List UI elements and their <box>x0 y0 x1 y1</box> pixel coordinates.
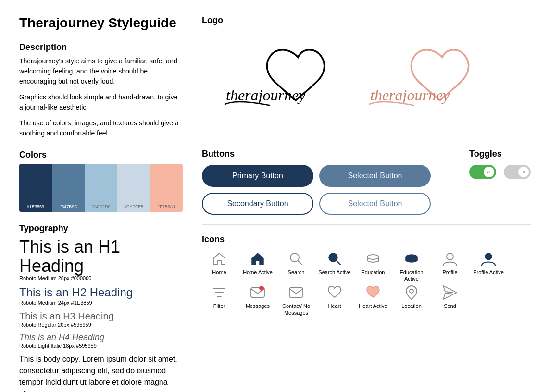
h1-sample: This is an H1 Heading <box>19 237 183 275</box>
selected-button-dark[interactable]: Selected Button <box>319 165 431 187</box>
logos-row: therajourney therajourney <box>202 33 531 120</box>
svg-point-10 <box>485 253 492 260</box>
search-active-icon <box>326 250 343 268</box>
colors-section: Colors #1E3859 #547B9C #A0C2D9 #CAD7E5 #… <box>19 150 183 212</box>
icons-row: Home Home Active Search <box>202 250 531 282</box>
desc3: The use of colors, images, and textures … <box>19 118 183 138</box>
selected-button-outline[interactable]: Selected Button <box>319 193 431 215</box>
icon-item-search-active: Search Active <box>317 250 352 282</box>
heart-icon-label: Heart <box>328 303 341 309</box>
swatch-label-1: #1E3859 <box>27 204 44 209</box>
svg-text:therajourney: therajourney <box>226 86 306 104</box>
icon-item-search: Search <box>279 250 313 282</box>
swatch-label-5: #F7B6A1 <box>157 204 175 209</box>
logo-dark: therajourney <box>202 43 317 110</box>
h4-meta: Roboto Light Italic 18px #595959 <box>19 343 183 349</box>
education-icon-label: Education <box>362 270 385 276</box>
icons-row-2: Filter Messages <box>202 284 531 316</box>
send-icon-label: Send <box>444 303 456 309</box>
h3-meta: Roboto Regular 20px #595959 <box>19 322 183 328</box>
education-active-icon <box>403 250 420 268</box>
primary-button[interactable]: Primary Button <box>202 165 313 187</box>
search-icon-label: Search <box>288 270 305 276</box>
icon-item-send: Send <box>433 284 467 316</box>
h3-sample: This is an H3 Heading <box>19 310 183 322</box>
buttons-label: Buttons <box>202 149 431 159</box>
h2-sample: This is an H2 Heading <box>19 286 183 300</box>
swatch-2: #547B9C <box>52 164 85 212</box>
icon-item-profile: Profile <box>433 250 467 282</box>
icons-section: Icons Home Home Active <box>202 234 531 316</box>
profile-icon-label: Profile <box>442 270 457 276</box>
profile-icon <box>441 250 459 268</box>
profile-active-icon-label: Profile Active <box>473 270 504 276</box>
h4-sample: This is an H4 Heading <box>19 332 183 343</box>
send-icon <box>441 284 459 301</box>
icon-item-heart-active: Heart Active <box>356 284 390 316</box>
home-active-icon <box>249 250 266 268</box>
page-title: Therajourney Styleguide <box>19 15 183 31</box>
svg-line-3 <box>298 261 302 265</box>
description-section: Description Therajourney's style aims to… <box>19 42 183 138</box>
description-label: Description <box>19 42 183 52</box>
icons-label: Icons <box>202 234 531 245</box>
toggle-off[interactable] <box>504 165 531 179</box>
education-active-icon-label: Education Active <box>394 270 429 282</box>
swatch-label-3: #A0C2D9 <box>91 204 110 209</box>
toggles-label: Toggles <box>469 149 531 159</box>
logo-section: Logo therajourney <box>202 15 531 120</box>
messages-icon-label: Messages <box>246 303 270 309</box>
swatch-3: #A0C2D9 <box>85 164 117 212</box>
home-active-icon-label: Home Active <box>243 270 273 276</box>
contact-no-messages-icon-label: Contact/ No Messages <box>279 303 313 316</box>
heart-active-icon <box>364 284 382 301</box>
swatch-4: #CAD7E5 <box>117 164 150 212</box>
svg-point-6 <box>367 255 379 259</box>
icon-item-heart: Heart <box>317 284 352 316</box>
body-sample: This is body copy. Lorem ipsum dolor sit… <box>19 354 183 392</box>
swatch-1: #1E3859 <box>19 164 52 212</box>
desc1: Therajourney's style aims to give a fami… <box>19 56 183 86</box>
icon-item-home-active: Home Active <box>240 250 275 282</box>
icon-item-profile-active: Profile Active <box>471 250 506 282</box>
messages-icon <box>249 284 266 301</box>
color-swatches: #1E3859 #547B9C #A0C2D9 #CAD7E5 #F7B6A1 <box>19 164 183 212</box>
swatch-label-4: #CAD7E5 <box>124 204 143 209</box>
left-column: Therajourney Styleguide Description Ther… <box>19 15 183 392</box>
svg-text:therajourney: therajourney <box>370 86 450 104</box>
secondary-button[interactable]: Secondary Button <box>202 193 313 215</box>
icon-item-contact-no-messages: Contact/ No Messages <box>279 284 313 316</box>
buttons-grid: Primary Button Selected Button Secondary… <box>202 165 431 215</box>
toggles-group: Toggles <box>469 149 531 179</box>
logo-section-label: Logo <box>202 15 531 25</box>
swatch-5: #F7B6A1 <box>150 164 183 212</box>
location-icon <box>403 284 420 301</box>
heart-active-icon-label: Heart Active <box>359 303 387 309</box>
h2-meta: Roboto Medium 24px #1E3859 <box>19 300 183 306</box>
h1-meta: Roboto Medium 28px #000000 <box>19 275 183 281</box>
education-icon <box>364 250 382 268</box>
desc2: Graphics should look simple and hand-dra… <box>19 92 183 112</box>
colors-label: Colors <box>19 150 183 160</box>
typography-section: Typography This is an H1 Heading Roboto … <box>19 223 183 392</box>
right-column: Logo therajourney <box>202 15 531 392</box>
swatch-label-2: #547B9C <box>59 204 77 209</box>
icon-item-location: Location <box>394 284 429 316</box>
svg-point-15 <box>259 286 264 291</box>
typography-label: Typography <box>19 223 183 233</box>
heart-icon <box>326 284 343 301</box>
filter-icon-label: Filter <box>213 303 225 309</box>
icon-item-education-active: Education Active <box>394 250 429 282</box>
logo-light: therajourney <box>346 43 462 110</box>
icon-item-filter: Filter <box>202 284 237 316</box>
home-icon-label: Home <box>212 270 226 276</box>
buttons-toggles-section: Buttons Primary Button Selected Button S… <box>202 149 531 215</box>
divider-2 <box>202 224 531 225</box>
toggle-on[interactable] <box>469 165 496 179</box>
svg-point-17 <box>410 289 413 293</box>
svg-point-9 <box>447 253 453 260</box>
icon-item-education: Education <box>356 250 390 282</box>
location-icon-label: Location <box>401 303 422 309</box>
svg-point-2 <box>290 253 299 262</box>
search-active-icon-label: Search Active <box>318 270 350 276</box>
